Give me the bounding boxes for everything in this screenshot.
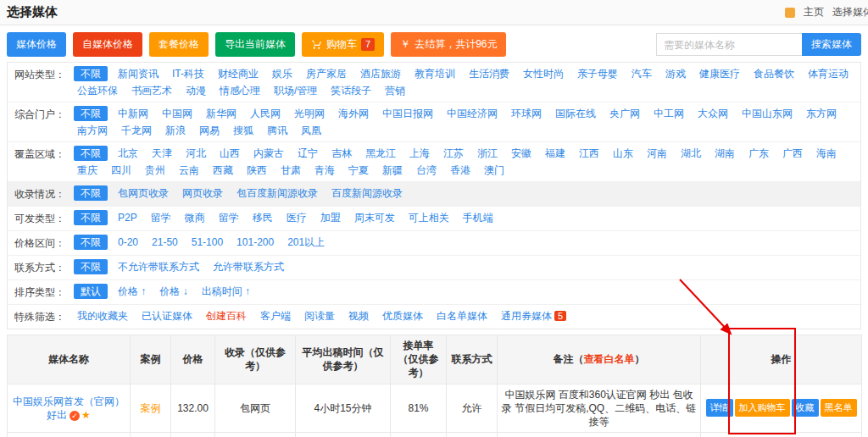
filter-option[interactable]: 教育培训 xyxy=(411,66,459,81)
filter-option[interactable]: 新闻资讯 xyxy=(114,66,162,81)
filter-option[interactable]: 辽宁 xyxy=(294,146,321,161)
filter-option[interactable]: 凤凰 xyxy=(298,123,325,138)
filter-option[interactable]: 我的收藏夹 xyxy=(74,308,131,324)
filter-option[interactable]: 澳门 xyxy=(481,163,508,178)
filter-option[interactable]: 网易 xyxy=(196,123,223,138)
filter-option[interactable]: 娱乐 xyxy=(269,66,296,81)
home-link[interactable]: 主页 xyxy=(804,5,824,19)
filter-option[interactable]: 北京 xyxy=(114,146,142,161)
filter-option[interactable]: 留学 xyxy=(147,210,175,225)
fav-button[interactable]: 收藏 xyxy=(792,399,819,417)
filter-option[interactable]: 重庆 xyxy=(74,163,101,178)
add-button[interactable]: 加入购物车 xyxy=(735,399,790,417)
filter-option[interactable]: 上海 xyxy=(406,146,433,161)
filter-option[interactable]: 甘肃 xyxy=(277,163,304,178)
cart-button[interactable]: 购物车 7 xyxy=(302,32,384,57)
filter-option[interactable]: 价格 ↓ xyxy=(156,284,191,299)
filter-option[interactable]: 山西 xyxy=(216,146,243,161)
search-button[interactable]: 搜索媒体 xyxy=(802,33,861,56)
filter-option[interactable]: 财经商业 xyxy=(214,66,262,81)
filter-option[interactable]: 新浪 xyxy=(162,123,189,138)
filter-option[interactable]: 默认 xyxy=(74,284,108,299)
filter-option[interactable]: 湖南 xyxy=(711,146,738,161)
filter-option[interactable]: 陕西 xyxy=(243,163,270,178)
filter-option[interactable]: 不限 xyxy=(74,146,108,161)
filter-option[interactable]: 光明网 xyxy=(291,106,328,121)
filter-option[interactable]: 周末可发 xyxy=(351,210,398,225)
filter-option[interactable]: 通用券媒体5 xyxy=(498,308,570,324)
filter-option[interactable]: 公益环保 xyxy=(74,83,121,98)
filter-option[interactable]: 广西 xyxy=(779,146,806,161)
filter-option[interactable]: 云南 xyxy=(175,163,203,178)
filter-option[interactable]: 手机端 xyxy=(459,210,497,225)
filter-option[interactable]: P2P xyxy=(114,210,141,225)
filter-option[interactable]: 台湾 xyxy=(413,163,440,178)
filter-option[interactable]: 亲子母婴 xyxy=(574,66,621,81)
checkout-button[interactable]: ￥ 去结算，共计96元 xyxy=(391,32,506,57)
filter-option[interactable]: 酒店旅游 xyxy=(357,66,404,81)
filter-option[interactable]: 情感心理 xyxy=(216,83,264,98)
filter-option[interactable]: 0-20 xyxy=(114,235,142,250)
filter-option[interactable]: 贵州 xyxy=(142,163,169,178)
self-media-price-button[interactable]: 自媒体价格 xyxy=(73,32,142,57)
filter-option[interactable]: 黑龙江 xyxy=(362,146,399,161)
filter-option[interactable]: 创建百科 xyxy=(203,308,250,324)
filter-option[interactable]: 移民 xyxy=(249,210,276,225)
view-whitelist-link[interactable]: 查看白名单 xyxy=(584,353,635,365)
filter-option[interactable]: 房产家居 xyxy=(303,66,350,81)
filter-option[interactable]: 新疆 xyxy=(379,163,406,178)
media-price-button[interactable]: 媒体价格 xyxy=(7,32,66,57)
filter-option[interactable]: 201以上 xyxy=(284,235,328,250)
detail-button[interactable]: 详情 xyxy=(706,399,733,417)
filter-option[interactable]: 中国日报网 xyxy=(379,106,437,121)
filter-option[interactable]: 出稿时间 ↑ xyxy=(198,284,253,299)
filter-option[interactable]: 央广网 xyxy=(606,106,643,121)
filter-option[interactable]: 江苏 xyxy=(440,146,467,161)
filter-option[interactable]: 食品餐饮 xyxy=(750,66,798,81)
filter-option[interactable]: 香港 xyxy=(447,163,474,178)
filter-option[interactable]: 不限 xyxy=(74,106,108,121)
filter-option[interactable]: 浙江 xyxy=(474,146,501,161)
filter-option[interactable]: 南方网 xyxy=(74,123,111,138)
filter-option[interactable]: 不限 xyxy=(74,210,108,225)
filter-option[interactable]: 允许带联系方式 xyxy=(209,259,287,274)
filter-option[interactable]: 新华网 xyxy=(203,106,240,121)
filter-option[interactable]: 白名单媒体 xyxy=(433,308,491,324)
filter-option[interactable]: 优质媒体 xyxy=(379,308,426,324)
filter-option[interactable]: 安徽 xyxy=(508,146,535,161)
filter-option[interactable]: 阅读量 xyxy=(301,308,338,324)
filter-option[interactable]: 包网页收录 xyxy=(114,185,172,201)
filter-option[interactable]: 东方网 xyxy=(803,106,840,121)
filter-option[interactable]: 游戏 xyxy=(662,66,689,81)
filter-option[interactable]: 价格 ↑ xyxy=(114,284,149,299)
filter-option[interactable]: 宁夏 xyxy=(345,163,372,178)
filter-option[interactable]: 吉林 xyxy=(328,146,355,161)
filter-option[interactable]: 21-50 xyxy=(148,235,181,250)
filter-option[interactable]: 青海 xyxy=(311,163,338,178)
filter-option[interactable]: 笑话段子 xyxy=(327,83,375,98)
package-price-button[interactable]: 套餐价格 xyxy=(149,32,209,57)
filter-option[interactable]: 湖北 xyxy=(677,146,704,161)
filter-option[interactable]: 女性时尚 xyxy=(520,66,567,81)
filter-option[interactable]: 中工网 xyxy=(650,106,687,121)
filter-option[interactable]: 健康医疗 xyxy=(696,66,743,81)
filter-option[interactable]: 人民网 xyxy=(247,106,284,121)
filter-option[interactable]: 中国网 xyxy=(159,106,196,121)
case-link[interactable]: 案例 xyxy=(141,402,161,414)
filter-option[interactable]: 河北 xyxy=(182,146,209,161)
filter-option[interactable]: 101-200 xyxy=(233,235,277,250)
filter-option[interactable]: 河南 xyxy=(643,146,670,161)
filter-option[interactable]: 包百度新闻源收录 xyxy=(233,185,321,201)
filter-option[interactable]: 不限 xyxy=(74,185,108,201)
filter-option[interactable]: 天津 xyxy=(148,146,175,161)
media-name-link[interactable]: 中国娱乐网首发（官网）好出 xyxy=(13,396,125,421)
filter-option[interactable]: 加盟 xyxy=(317,210,344,225)
filter-option[interactable]: 广东 xyxy=(745,146,772,161)
filter-option[interactable]: 营销 xyxy=(381,83,409,98)
filter-option[interactable]: 动漫 xyxy=(182,83,209,98)
search-input[interactable] xyxy=(656,33,802,56)
filter-option[interactable]: 福建 xyxy=(542,146,569,161)
filter-option[interactable]: 山东 xyxy=(609,146,637,161)
filter-option[interactable]: 网页收录 xyxy=(179,185,226,201)
filter-option[interactable]: 不限 xyxy=(74,66,108,81)
